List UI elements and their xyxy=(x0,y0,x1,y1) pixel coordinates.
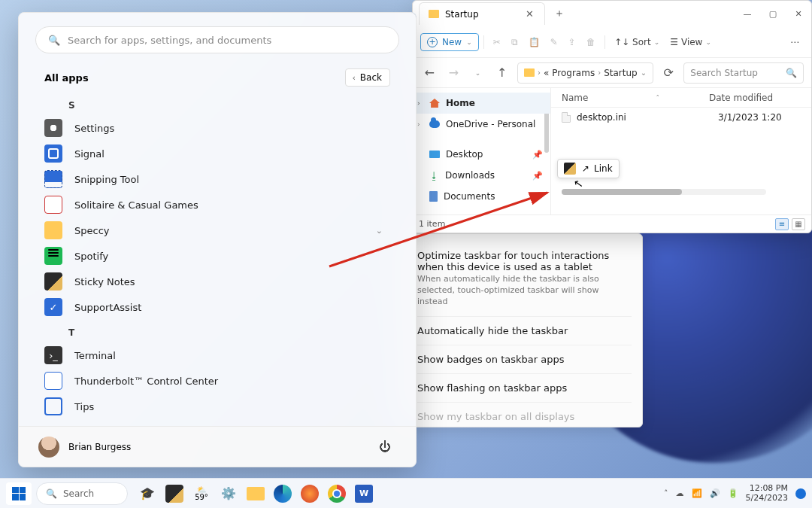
chevron-down-icon[interactable]: ⌄ xyxy=(641,68,647,77)
taskbar-weather[interactable]: ⛅ 59° xyxy=(192,485,211,503)
chevron-right-icon[interactable]: › xyxy=(417,120,420,128)
chevron-down-icon[interactable]: ⌄ xyxy=(376,226,383,236)
nav-up-button[interactable]: ↑ xyxy=(493,63,511,83)
breadcrumb-overflow[interactable]: « xyxy=(544,68,549,78)
app-thunderbolt[interactable]: ⚡ Thunderbolt™ Control Center xyxy=(44,368,401,394)
nav-item-desktop[interactable]: Desktop 📌 xyxy=(413,144,550,165)
app-supportassist[interactable]: ✓ SupportAssist xyxy=(44,294,401,320)
rename-button[interactable]: ✎ xyxy=(546,34,562,50)
tray-chevron-up-icon[interactable]: ˄ xyxy=(664,488,668,498)
refresh-button[interactable]: ⟳ xyxy=(659,63,677,83)
new-button[interactable]: + New ⌄ xyxy=(420,33,479,51)
search-input[interactable]: 🔍 Search for apps, settings, and documen… xyxy=(35,26,399,53)
explorer-tab-startup[interactable]: Startup ✕ xyxy=(419,2,545,25)
more-button[interactable]: ⋯ xyxy=(786,34,804,50)
share-button[interactable]: ⇪ xyxy=(564,34,580,50)
taskbar-app-settings[interactable]: ⚙️ xyxy=(220,485,238,503)
icons-view-toggle[interactable]: ▦ xyxy=(792,218,805,230)
taskbar-app-graduation[interactable]: 🎓 xyxy=(138,485,156,503)
breadcrumb-seg-startup[interactable]: Startup xyxy=(604,68,638,78)
breadcrumb[interactable]: › « Programs › Startup ⌄ xyxy=(517,62,653,84)
back-button[interactable]: ‹ Back xyxy=(345,68,390,87)
all-apps-heading: All apps xyxy=(44,72,89,84)
pin-icon[interactable]: 📌 xyxy=(532,171,543,181)
column-headers: Name ˄ Date modified xyxy=(551,88,811,108)
chevron-right-icon[interactable]: › xyxy=(417,99,420,107)
search-icon: 🔍 xyxy=(786,68,797,78)
sort-ascending-icon: ˄ xyxy=(656,94,659,102)
settings-opt-autohide[interactable]: Automatically hide the taskbar xyxy=(417,325,568,336)
taskbar-app-edge[interactable] xyxy=(274,485,292,503)
taskbar-app-stickynote[interactable] xyxy=(165,485,183,503)
view-button[interactable]: ☰ View ⌄ xyxy=(665,34,716,50)
column-date[interactable]: Date modified xyxy=(709,93,811,103)
tray-clock[interactable]: 12:08 PM 5/24/2023 xyxy=(746,484,788,503)
settings-opt-flash[interactable]: Show flashing on taskbar apps xyxy=(417,382,567,394)
nav-item-onedrive[interactable]: › OneDrive - Personal xyxy=(413,114,550,135)
tray-wifi-icon[interactable]: 📶 xyxy=(692,488,702,498)
breadcrumb-seg-programs[interactable]: Programs xyxy=(552,68,595,78)
app-label: Spotify xyxy=(74,251,108,262)
explorer-titlebar[interactable]: Startup ✕ ＋ — ▢ ✕ xyxy=(413,1,811,26)
search-icon: 🔍 xyxy=(48,35,60,46)
start-button[interactable] xyxy=(6,482,32,505)
copy-button[interactable]: ⧉ xyxy=(507,34,523,50)
search-label: Search xyxy=(63,488,94,499)
window-minimize-button[interactable]: — xyxy=(735,2,760,25)
app-snipping-tool[interactable]: Snipping Tool xyxy=(44,166,401,192)
pin-icon[interactable]: 📌 xyxy=(532,192,543,202)
sort-button[interactable]: ↑↓ Sort ⌄ xyxy=(610,34,664,50)
nav-recent-button[interactable]: ⌄ xyxy=(468,63,486,83)
explorer-search-input[interactable]: Search Startup 🔍 xyxy=(683,62,804,84)
user-name[interactable]: Brian Burgess xyxy=(68,442,131,452)
app-label: Terminal xyxy=(74,350,116,361)
delete-button[interactable]: 🗑 xyxy=(582,34,600,50)
cut-button[interactable]: ✂ xyxy=(489,34,505,50)
window-maximize-button[interactable]: ▢ xyxy=(760,2,786,25)
app-signal[interactable]: Signal xyxy=(44,141,401,166)
tray-volume-icon[interactable]: 🔊 xyxy=(710,488,720,498)
app-tips[interactable]: Tips xyxy=(44,394,401,419)
app-spotify[interactable]: Spotify xyxy=(44,243,401,269)
explorer-file-list[interactable]: Name ˄ Date modified desktop.ini 3/1/202… xyxy=(551,88,811,214)
horizontal-scrollbar[interactable] xyxy=(562,189,766,195)
nav-item-downloads[interactable]: ⭳ Downloads 📌 xyxy=(413,165,550,186)
window-close-button[interactable]: ✕ xyxy=(786,2,811,25)
app-settings[interactable]: Settings xyxy=(44,115,401,141)
tray-battery-icon[interactable]: 🔋 xyxy=(728,488,738,498)
new-tab-button[interactable]: ＋ xyxy=(550,4,569,23)
app-terminal[interactable]: ›_ Terminal xyxy=(44,342,401,368)
nav-item-documents[interactable]: Documents 📌 xyxy=(413,186,550,207)
tab-close-icon[interactable]: ✕ xyxy=(523,8,537,20)
column-name[interactable]: Name xyxy=(562,93,588,103)
settings-opt-badges[interactable]: Show badges on taskbar apps xyxy=(417,354,564,365)
taskbar-search[interactable]: 🔍 Search xyxy=(36,482,128,505)
table-row[interactable]: desktop.ini 3/1/2023 1:20 xyxy=(551,108,811,127)
app-sticky-notes[interactable]: Sticky Notes xyxy=(44,269,401,294)
settings-opt-alldisplays[interactable]: Show my taskbar on all displays xyxy=(417,411,574,422)
nav-forward-button[interactable]: → xyxy=(444,63,462,83)
pin-icon[interactable]: 📌 xyxy=(532,150,543,160)
drag-drop-tooltip: ↗ Link xyxy=(557,159,620,178)
app-solitaire[interactable]: ♠ Solitaire & Casual Games xyxy=(44,192,401,217)
taskbar-app-chrome[interactable] xyxy=(328,485,346,503)
taskbar-app-explorer[interactable] xyxy=(247,487,265,500)
app-speccy[interactable]: Speccy ⌄ xyxy=(44,217,401,243)
scrollbar-thumb[interactable] xyxy=(562,189,682,195)
sort-label: Sort xyxy=(632,37,651,47)
letter-header-s[interactable]: S xyxy=(44,93,401,115)
nav-label: Desktop xyxy=(446,149,483,160)
taskbar-app-firefox[interactable] xyxy=(301,485,319,503)
letter-header-t[interactable]: T xyxy=(44,320,401,342)
notification-badge[interactable] xyxy=(795,488,806,499)
details-view-toggle[interactable]: ≡ xyxy=(775,218,789,230)
power-button[interactable]: ⏻ xyxy=(374,436,396,458)
user-avatar[interactable] xyxy=(38,437,59,458)
settings-opt-touch[interactable]: Optimize taskbar for touch interactions … xyxy=(417,250,609,272)
tray-cloud-icon[interactable]: ☁ xyxy=(676,488,684,498)
nav-back-button[interactable]: ← xyxy=(420,63,438,83)
paste-button[interactable]: 📋 xyxy=(524,34,544,50)
nav-item-home[interactable]: › Home xyxy=(413,93,550,114)
apps-list[interactable]: S Settings Signal Snipping Tool ♠ Solita… xyxy=(19,90,416,426)
taskbar-app-word[interactable]: W xyxy=(355,485,373,503)
